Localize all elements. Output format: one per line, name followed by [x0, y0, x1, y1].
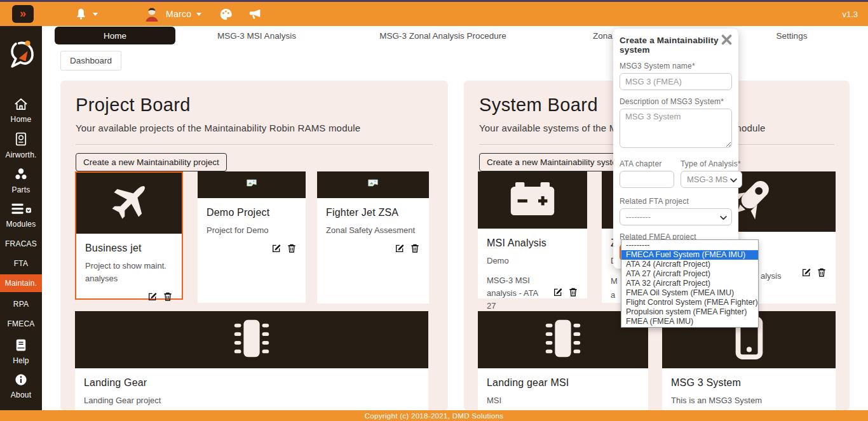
theme-palette-icon[interactable]: [219, 8, 233, 21]
sidebar-item-label: FRACAS: [5, 239, 37, 248]
sidebar-item-home[interactable]: Home: [0, 98, 42, 124]
edit-icon[interactable]: [147, 291, 158, 304]
sidebar-item-help[interactable]: Help: [0, 338, 42, 365]
card-actions: [801, 267, 827, 280]
create-system-modal: Create a Maintainability system MSG3 Sys…: [613, 29, 738, 269]
card-description-fragment: alysis: [761, 271, 782, 281]
card-body: MSG 3 System This is an MSG3 System: [662, 368, 836, 410]
trash-icon[interactable]: [568, 287, 578, 300]
card-title: Demo Project: [207, 207, 297, 218]
card-description: Project to show maint. analyses: [85, 260, 173, 285]
topbar: » Marco v1.3: [0, 2, 868, 26]
edit-icon[interactable]: [801, 267, 811, 280]
project-board-title: Project Board: [76, 95, 448, 116]
project-card-demo-project[interactable]: Demo Project Project for Demo: [198, 171, 306, 303]
notifications-bell-icon[interactable]: [74, 8, 88, 21]
tab-dashboard[interactable]: Dashboard: [60, 51, 121, 70]
trash-icon[interactable]: [410, 243, 420, 256]
fmea-project-dropdown: --------- FMECA Fuel System (FMEA IMU) A…: [621, 239, 759, 328]
project-card-landing-gear[interactable]: Landing Gear Landing Gear project: [75, 311, 428, 410]
create-project-button[interactable]: Create a new Maintainability project: [76, 153, 227, 171]
analysis-type-select[interactable]: MSG-3 MS: [681, 171, 742, 188]
create-system-button[interactable]: Create a new Maintainability system: [479, 153, 632, 171]
edit-icon[interactable]: [395, 243, 405, 256]
sidebar-item-fmeca[interactable]: FMECA: [0, 319, 42, 328]
related-fta-label: Related FTA project: [620, 197, 732, 206]
related-fta-value: ---------: [626, 212, 651, 222]
app-version-label: v1.3: [842, 10, 858, 19]
ata-chapter-input[interactable]: [620, 171, 674, 188]
microchip-icon: [227, 316, 276, 363]
dropdown-option[interactable]: Propulsion system (FMEA Fighter): [621, 307, 758, 317]
copyright-text: Copyright (c) 2018-2021, DMD Solutions: [365, 412, 504, 420]
trash-icon[interactable]: [817, 267, 827, 280]
sidebar-item-label: FTA: [14, 259, 28, 268]
card-image: [478, 171, 587, 229]
help-book-icon: [15, 338, 27, 354]
related-fta-select[interactable]: ---------: [620, 208, 732, 225]
dropdown-option[interactable]: ATA 27 (Aircraft Project): [621, 269, 758, 279]
project-card-business-jet[interactable]: Business jet Project to show maint. anal…: [75, 171, 183, 300]
analysis-type-value: MSG-3 MS: [687, 175, 728, 184]
card-body: Landing gear MSI MSI: [478, 368, 648, 410]
sidebar-item-fracas[interactable]: FRACAS: [0, 239, 42, 248]
notifications-caret-icon[interactable]: [93, 13, 98, 16]
username-label[interactable]: Marco: [166, 9, 191, 19]
card-title: Landing Gear: [84, 377, 419, 389]
robin-logo: [4, 36, 37, 76]
sidebar-item-maintainability[interactable]: Maintain.: [0, 274, 42, 292]
trash-icon[interactable]: [163, 291, 173, 304]
sidebar-item-label: Help: [13, 356, 29, 365]
card-image: [75, 311, 428, 368]
sidebar-item-parts[interactable]: Parts: [0, 168, 42, 194]
dropdown-option-selected[interactable]: FMECA Fuel System (FMEA IMU): [621, 250, 758, 260]
sidebar-item-rpa[interactable]: RPA: [0, 300, 42, 309]
system-card-msi-analysis[interactable]: MSI Analysis Demo MSG-3 MSI analysis - A…: [478, 171, 587, 298]
close-icon[interactable]: [721, 34, 732, 48]
announcements-megaphone-icon[interactable]: [248, 8, 262, 21]
card-title: Fighter Jet ZSA: [326, 207, 420, 218]
dropdown-option[interactable]: ATA 24 (Aircraft Project): [621, 260, 758, 269]
sidebar-item-label: Airworth.: [5, 150, 36, 159]
dropdown-option[interactable]: ATA 32 (Aircraft Project): [621, 279, 758, 288]
dropdown-option[interactable]: FMEA (FMEA IMU): [621, 317, 758, 326]
tab-msg3-zonal-analysis-procedure[interactable]: MSG-3 Zonal Analysis Procedure: [379, 31, 506, 41]
edit-icon[interactable]: [271, 243, 281, 256]
card-description: Landing Gear project: [84, 394, 419, 407]
passport-icon: [15, 132, 27, 148]
sidebar-item-fta[interactable]: FTA: [0, 259, 42, 268]
card-title: Business jet: [85, 243, 173, 254]
project-card-fighter-jet-zsa[interactable]: Fighter Jet ZSA Zonal Safety Assesment: [317, 171, 429, 304]
dropdown-option[interactable]: Flight Control System (FMEA Fighter): [621, 298, 758, 307]
user-menu-caret-icon[interactable]: [196, 13, 201, 16]
sidebar-item-about[interactable]: About: [0, 373, 42, 399]
battery-icon: [510, 180, 555, 220]
system-name-input[interactable]: [620, 73, 732, 90]
tab-zonal-partial[interactable]: Zona: [593, 31, 613, 41]
trash-icon[interactable]: [287, 243, 297, 256]
card-title: MSG 3 System: [671, 377, 827, 389]
sidebar-item-airworthiness[interactable]: Airworth.: [0, 132, 42, 159]
sidebar: Home Airworth. Parts Modules FRACAS FTA …: [0, 26, 42, 410]
analysis-type-label: Type of Analysis*: [681, 159, 742, 168]
tab-home[interactable]: Home: [55, 27, 175, 44]
tab-msg3-msi-analysis[interactable]: MSG-3 MSI Analysis: [217, 31, 296, 41]
dropdown-option[interactable]: FMEA Oil System (FMEA IMU): [621, 288, 758, 298]
sidebar-item-label: FMECA: [8, 319, 35, 328]
card-description: MSI: [487, 394, 639, 407]
tab-settings[interactable]: Settings: [776, 31, 808, 41]
dropdown-option[interactable]: ---------: [621, 241, 758, 250]
sidebar-item-label: RPA: [13, 300, 29, 309]
sidebar-item-label: Home: [11, 115, 32, 124]
edit-icon[interactable]: [553, 287, 563, 300]
ata-chapter-label: ATA chapter: [620, 159, 674, 168]
card-body: Landing Gear Landing Gear project: [75, 368, 428, 410]
system-description-textarea[interactable]: [620, 109, 732, 148]
sidebar-toggle-button[interactable]: »: [12, 5, 34, 23]
card-description: Demo: [487, 255, 578, 267]
sidebar-item-modules[interactable]: Modules: [0, 203, 42, 229]
top-accent-strip: [0, 0, 868, 2]
user-avatar[interactable]: [144, 6, 160, 22]
modal-header: Create a Maintainability system: [620, 34, 732, 55]
card-description: Zonal Safety Assesment: [326, 224, 420, 237]
